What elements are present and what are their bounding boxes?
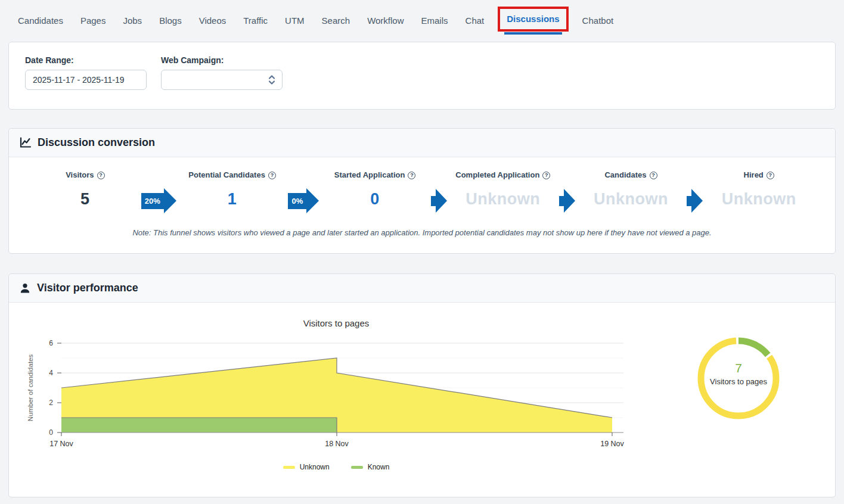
top-nav: Candidates Pages Jobs Blogs Videos Traff… [0,0,844,33]
tab-chat[interactable]: Chat [466,15,485,26]
legend-label: Unknown [300,463,330,471]
funnel-note: Note: This funnel shows visitors who vie… [23,228,821,237]
tab-jobs[interactable]: Jobs [123,15,142,26]
funnel-stage-started-application: Started Application 0 [319,170,431,213]
stage-label: Started Application [334,170,405,179]
legend-swatch [283,466,295,469]
stage-label: Visitors [66,170,94,179]
arrow-right-icon [306,188,319,213]
funnel-stage-potential-candidates: Potential Candidates 1 [176,170,288,213]
funnel-arrow: 0% [288,188,319,213]
visitors-to-pages-area-chart: Visitors to pages 024617 Nov18 Nov19 Nov… [24,318,648,471]
stage-value: 0 [319,190,431,209]
arrow-tail [687,196,691,206]
legend-item-unknown: Unknown [283,463,330,471]
conversion-funnel: Visitors 5 20% Potential Candidates 1 0%… [9,157,835,213]
funnel-stage-hired: Hired Unknown [703,170,815,213]
funnel-arrow [687,188,703,213]
date-range-label: Date Range: [25,55,147,65]
date-range-input[interactable] [25,70,147,90]
legend-item-known: Known [351,463,390,471]
funnel-arrow [559,188,575,213]
panel-title: Discussion conversion [38,136,155,149]
help-icon[interactable] [268,172,276,179]
tab-workflow[interactable]: Workflow [367,15,404,26]
funnel-stage-visitors: Visitors 5 [29,170,141,213]
svg-text:6: 6 [49,339,53,347]
updown-chevrons-icon [268,74,275,85]
person-icon [19,282,31,294]
help-icon[interactable] [97,172,105,179]
area-chart-svg: 024617 Nov18 Nov19 NovNumber of candidat… [24,335,632,455]
web-campaign-label: Web Campaign: [161,55,283,65]
svg-text:2: 2 [49,399,53,407]
stage-value: Unknown [447,190,559,209]
legend-label: Known [368,463,390,471]
arrow-right-icon [691,189,703,213]
arrow-right-icon [164,188,176,213]
discussion-conversion-panel: Discussion conversion Visitors 5 20% Pot… [8,128,836,254]
stage-label: Hired [744,170,764,179]
web-campaign-group: Web Campaign: [161,55,283,96]
svg-text:4: 4 [49,369,53,377]
legend-swatch [351,466,363,469]
svg-text:17 Nov: 17 Nov [49,440,73,448]
stage-value: Unknown [575,190,687,209]
arrow-percent-label: 20% [141,193,164,209]
tab-search[interactable]: Search [322,15,350,26]
stage-label: Candidates [604,170,646,179]
svg-text:0: 0 [49,428,53,437]
discussion-conversion-header: Discussion conversion [9,129,835,157]
svg-text:19 Nov: 19 Nov [600,440,624,448]
visitor-performance-header: Visitor performance [9,274,835,303]
visitor-performance-panel: Visitor performance Visitors to pages 02… [8,273,836,497]
help-icon[interactable] [767,172,774,179]
donut-chart-svg [688,328,789,429]
conversion-body: Visitors 5 20% Potential Candidates 1 0%… [9,157,835,237]
tab-utm[interactable]: UTM [285,15,305,26]
stage-label: Potential Candidates [188,170,265,179]
filters-panel: Date Range: Web Campaign: [8,42,836,110]
visitors-donut-chart: 7 Visitors to pages [648,328,829,471]
stage-value: 5 [29,190,141,209]
funnel-arrow [431,188,447,213]
annotation-highlight-box: Discussions [498,7,568,32]
tab-discussions[interactable]: Discussions [507,14,559,24]
tab-videos[interactable]: Videos [199,15,226,26]
chart-legend: UnknownKnown [24,463,648,471]
panel-title: Visitor performance [37,282,138,294]
svg-text:Number of candidates: Number of candidates [27,354,34,422]
tab-traffic[interactable]: Traffic [243,15,268,26]
web-campaign-select[interactable] [161,70,283,90]
tab-emails[interactable]: Emails [421,15,448,26]
arrow-percent-label: 0% [288,193,306,209]
stage-value: 1 [176,190,288,209]
chart-title: Visitors to pages [24,318,648,328]
tab-chatbot[interactable]: Chatbot [582,15,614,26]
funnel-stage-completed-application: Completed Application Unknown [447,170,559,213]
help-icon[interactable] [408,172,415,179]
stage-label: Completed Application [455,170,539,179]
help-icon[interactable] [650,172,657,179]
help-icon[interactable] [542,172,550,179]
funnel-arrow: 20% [141,188,176,213]
arrow-tail [559,196,564,206]
chart-line-icon [19,136,32,149]
date-range-group: Date Range: [25,55,147,96]
arrow-right-icon [564,189,575,213]
arrow-right-icon [436,189,447,213]
arrow-tail [431,196,436,206]
funnel-stage-candidates: Candidates Unknown [575,170,687,213]
tab-pages[interactable]: Pages [80,15,106,26]
stage-value: Unknown [703,190,815,209]
visitor-performance-body: Visitors to pages 024617 Nov18 Nov19 Nov… [9,303,835,471]
tab-candidates[interactable]: Candidates [18,15,63,26]
svg-text:18 Nov: 18 Nov [325,440,349,448]
tab-blogs[interactable]: Blogs [159,15,182,26]
